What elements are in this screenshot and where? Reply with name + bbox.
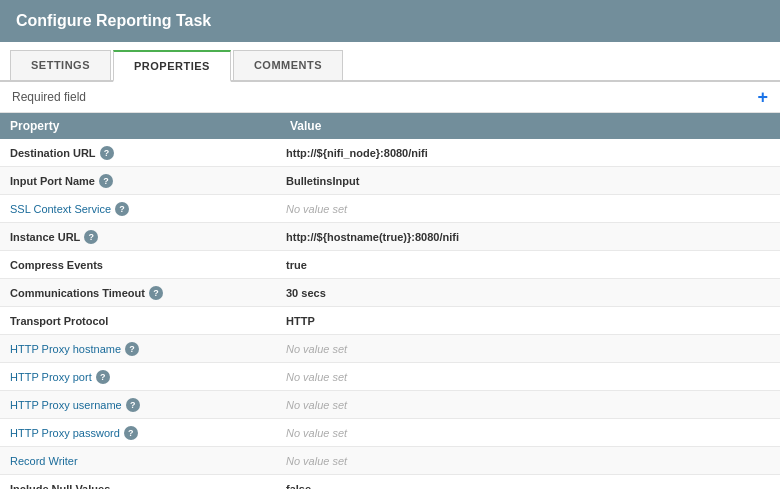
property-name: Destination URL ?	[0, 142, 280, 164]
column-scrollbar-spacer	[740, 119, 770, 133]
tab-settings[interactable]: SETTINGS	[10, 50, 111, 80]
property-name: SSL Context Service ?	[0, 198, 280, 220]
property-value[interactable]: No value set	[280, 339, 750, 359]
property-name: Compress Events	[0, 255, 280, 275]
help-icon[interactable]: ?	[96, 370, 110, 384]
table-row[interactable]: Destination URL ? http://${nifi_node}:80…	[0, 139, 780, 167]
property-value[interactable]: HTTP	[280, 311, 750, 331]
help-icon[interactable]: ?	[126, 398, 140, 412]
property-name: HTTP Proxy username ?	[0, 394, 280, 416]
table-row[interactable]: Transport Protocol HTTP	[0, 307, 780, 335]
tab-properties[interactable]: PROPERTIES	[113, 50, 231, 82]
property-name: HTTP Proxy port ?	[0, 366, 280, 388]
property-name: Transport Protocol	[0, 311, 280, 331]
table-row[interactable]: Input Port Name ? BulletinsInput	[0, 167, 780, 195]
table-row[interactable]: Record Writer No value set	[0, 447, 780, 475]
help-icon[interactable]: ?	[100, 146, 114, 160]
table-row[interactable]: HTTP Proxy password ? No value set	[0, 419, 780, 447]
property-name: HTTP Proxy hostname ?	[0, 338, 280, 360]
property-value[interactable]: http://${nifi_node}:8080/nifi	[280, 143, 750, 163]
tab-bar: SETTINGS PROPERTIES COMMENTS	[0, 42, 780, 82]
tab-comments[interactable]: COMMENTS	[233, 50, 343, 80]
dialog-title: Configure Reporting Task	[16, 12, 211, 29]
dialog-header: Configure Reporting Task	[0, 0, 780, 42]
help-icon[interactable]: ?	[115, 202, 129, 216]
table-row[interactable]: Compress Events true	[0, 251, 780, 279]
property-name: Record Writer	[0, 451, 280, 471]
property-value[interactable]: No value set	[280, 367, 750, 387]
property-value[interactable]: http://${hostname(true)}:8080/nifi	[280, 227, 750, 247]
help-icon[interactable]: ?	[149, 286, 163, 300]
help-icon[interactable]: ?	[124, 426, 138, 440]
column-property: Property	[10, 119, 290, 133]
table-row[interactable]: Include Null Values false	[0, 475, 780, 489]
property-value[interactable]: No value set	[280, 395, 750, 415]
help-icon[interactable]: ?	[84, 230, 98, 244]
table-row[interactable]: Instance URL ? http://${hostname(true)}:…	[0, 223, 780, 251]
table-header: Property Value	[0, 113, 780, 139]
properties-table: Destination URL ? http://${nifi_node}:80…	[0, 139, 780, 489]
property-value[interactable]: BulletinsInput	[280, 171, 750, 191]
required-field-bar: Required field +	[0, 82, 780, 113]
table-row[interactable]: Communications Timeout ? 30 secs	[0, 279, 780, 307]
required-field-label: Required field	[12, 90, 86, 104]
column-value: Value	[290, 119, 740, 133]
table-row[interactable]: HTTP Proxy hostname ? No value set	[0, 335, 780, 363]
property-name: Instance URL ?	[0, 226, 280, 248]
property-value[interactable]: No value set	[280, 423, 750, 443]
property-name: Communications Timeout ?	[0, 282, 280, 304]
help-icon[interactable]: ?	[125, 342, 139, 356]
add-property-button[interactable]: +	[757, 88, 768, 106]
property-name: Include Null Values	[0, 479, 280, 490]
table-row[interactable]: SSL Context Service ? No value set	[0, 195, 780, 223]
property-value[interactable]: true	[280, 255, 750, 275]
property-name: Input Port Name ?	[0, 170, 280, 192]
property-name: HTTP Proxy password ?	[0, 422, 280, 444]
help-icon[interactable]: ?	[99, 174, 113, 188]
property-value[interactable]: false	[280, 479, 750, 490]
property-value[interactable]: 30 secs	[280, 283, 750, 303]
table-row[interactable]: HTTP Proxy port ? No value set	[0, 363, 780, 391]
property-value[interactable]: No value set	[280, 199, 750, 219]
table-row[interactable]: HTTP Proxy username ? No value set	[0, 391, 780, 419]
property-value[interactable]: No value set	[280, 451, 750, 471]
